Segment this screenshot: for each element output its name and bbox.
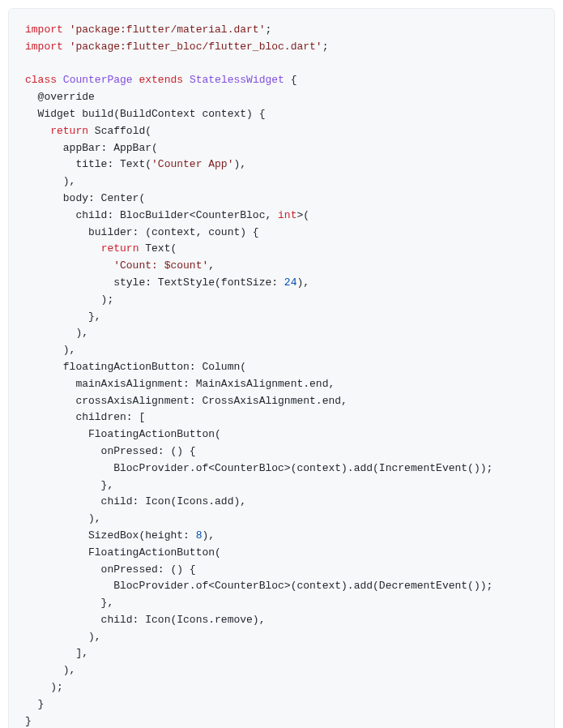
keyword: class xyxy=(25,74,57,86)
text xyxy=(25,242,101,255)
text: BlocProvider.of<CounterBloc>(context).ad… xyxy=(25,462,493,474)
string: 'Count: $count' xyxy=(113,259,208,272)
code-line: onPressed: () { xyxy=(25,443,538,460)
text: Widget build(BuildContext context) { xyxy=(25,108,265,120)
string: 'package:flutter_bloc/flutter_bloc.dart' xyxy=(70,41,322,53)
code-line: body: Center( xyxy=(25,191,538,208)
text: ), xyxy=(296,276,309,289)
text: onPressed: () { xyxy=(25,445,196,457)
text: ], xyxy=(25,647,88,659)
text: body: Center( xyxy=(25,192,145,204)
text: child: Icon(Icons.add), xyxy=(25,495,246,507)
code-line: child: Icon(Icons.remove), xyxy=(25,612,538,629)
code-line: import 'package:flutter_bloc/flutter_blo… xyxy=(25,39,538,56)
text: onPressed: () { xyxy=(25,563,196,576)
code-line: class CounterPage extends StatelessWidge… xyxy=(25,72,538,89)
code-line: import 'package:flutter/material.dart'; xyxy=(25,22,538,39)
code-line: ), xyxy=(25,629,538,646)
code-line: FloatingActionButton( xyxy=(25,545,538,562)
code-line: ), xyxy=(25,173,538,191)
text xyxy=(25,91,38,103)
code-line: }, xyxy=(25,309,538,326)
keyword: int xyxy=(278,209,296,221)
text: mainAxisAlignment: MainAxisAlignment.end… xyxy=(25,378,335,390)
text xyxy=(183,74,190,86)
code-line: mainAxisAlignment: MainAxisAlignment.end… xyxy=(25,376,538,393)
code-line: }, xyxy=(25,477,538,495)
code-line: child: BlocBuilder<CounterBloc, int>( xyxy=(25,208,538,225)
code-line: ), xyxy=(25,511,538,528)
text: ), xyxy=(202,529,215,542)
code-line: floatingActionButton: Column( xyxy=(25,359,538,376)
string: 'package:flutter/material.dart' xyxy=(70,24,266,36)
text: ); xyxy=(25,681,63,693)
number: 24 xyxy=(284,276,297,289)
text: crossAxisAlignment: CrossAxisAlignment.e… xyxy=(25,395,348,407)
text: children: [ xyxy=(25,411,145,423)
code-line: 'Count: $count', xyxy=(25,258,538,275)
text: SizedBox(height: xyxy=(25,529,196,542)
text: { xyxy=(284,74,297,86)
annotation: @override xyxy=(38,91,95,103)
text xyxy=(25,259,113,272)
code-line: builder: (context, count) { xyxy=(25,225,538,242)
text: ), xyxy=(25,344,75,356)
text: ), xyxy=(25,175,75,187)
text: } xyxy=(25,698,44,710)
string: 'Counter App' xyxy=(151,158,233,170)
keyword: import xyxy=(25,24,63,36)
text: >( xyxy=(296,209,309,221)
code-line: @override xyxy=(25,89,538,106)
text: ), xyxy=(25,631,101,643)
text xyxy=(57,74,63,86)
code-line: SizedBox(height: 8), xyxy=(25,528,538,545)
text: ), xyxy=(233,158,246,170)
code-line: crossAxisAlignment: CrossAxisAlignment.e… xyxy=(25,393,538,410)
code-line: BlocProvider.of<CounterBloc>(context).ad… xyxy=(25,460,538,477)
keyword: return xyxy=(50,125,88,137)
text xyxy=(63,24,70,36)
text: Text( xyxy=(139,242,177,255)
type: StatelessWidget xyxy=(190,74,284,86)
text xyxy=(63,41,70,53)
code-line: children: [ xyxy=(25,409,538,426)
code-line: onPressed: () { xyxy=(25,562,538,579)
code-line: ); xyxy=(25,292,538,309)
text: }, xyxy=(25,310,101,323)
code-line: ); xyxy=(25,679,538,696)
text: ); xyxy=(25,293,113,306)
code-line: BlocProvider.of<CounterBloc>(context).ad… xyxy=(25,578,538,595)
code-line: ), xyxy=(25,325,538,342)
text: ), xyxy=(25,664,75,676)
type: CounterPage xyxy=(63,74,133,86)
text: ; xyxy=(265,24,271,36)
text: child: Icon(Icons.remove), xyxy=(25,614,265,626)
text: BlocProvider.of<CounterBloc>(context).ad… xyxy=(25,580,493,592)
keyword: return xyxy=(101,242,139,255)
text: FloatingActionButton( xyxy=(25,546,221,559)
text: title: Text( xyxy=(25,158,151,170)
text: ), xyxy=(25,512,101,525)
text: }, xyxy=(25,479,113,491)
text: } xyxy=(25,715,32,727)
code-line: style: TextStyle(fontSize: 24), xyxy=(25,275,538,292)
code-line: }, xyxy=(25,595,538,612)
text: ), xyxy=(25,327,88,339)
text: child: BlocBuilder<CounterBloc, xyxy=(25,209,278,221)
code-line: ), xyxy=(25,342,538,359)
code-line: ], xyxy=(25,645,538,662)
code-line: } xyxy=(25,696,538,713)
code-line: appBar: AppBar( xyxy=(25,140,538,157)
text: FloatingActionButton( xyxy=(25,428,221,440)
code-line: ), xyxy=(25,662,538,679)
text: builder: (context, count) { xyxy=(25,226,259,238)
code-line: return Scaffold( xyxy=(25,123,538,140)
keyword: import xyxy=(25,41,63,53)
text: appBar: AppBar( xyxy=(25,142,158,154)
code-line: return Text( xyxy=(25,241,538,258)
code-line: Widget build(BuildContext context) { xyxy=(25,106,538,123)
text: , xyxy=(208,259,215,272)
code-line: title: Text('Counter App'), xyxy=(25,156,538,173)
code-line: FloatingActionButton( xyxy=(25,426,538,443)
keyword: extends xyxy=(139,74,183,86)
